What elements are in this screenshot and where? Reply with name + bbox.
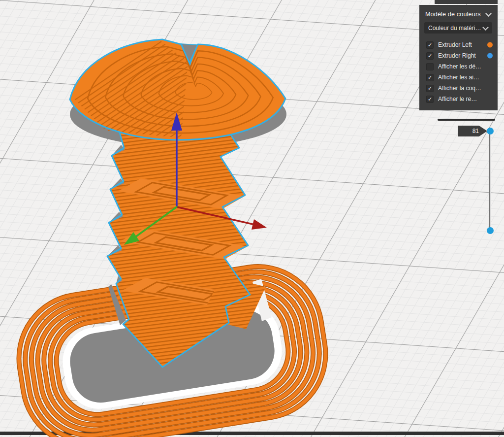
toggle-label: Afficher le re… — [438, 96, 477, 102]
color-scheme-dropdown[interactable]: Couleur du matéri… — [424, 22, 492, 34]
chevron-down-icon — [482, 24, 489, 31]
checkbox-show-shell[interactable]: ✓ — [426, 85, 434, 92]
checkbox-extruder-left[interactable]: ✓ — [426, 41, 434, 49]
toggle-row-extruder-left[interactable]: ✓ Extruder Left — [419, 39, 498, 50]
color-scheme-dropdown-value: Couleur du matéri… — [428, 25, 481, 32]
toggle-row-show-helpers[interactable]: ✓ Afficher les ai… — [419, 72, 498, 83]
toggle-label: Afficher la coq… — [438, 85, 481, 92]
checkbox-show-infill[interactable]: ✓ — [426, 96, 434, 103]
toggle-row-show-travels[interactable]: Afficher les dé… — [419, 61, 498, 72]
slicer-preview-window: Modèle de couleurs Couleur du matéri… ✓ … — [0, 0, 504, 437]
layer-slider-track[interactable] — [489, 131, 491, 231]
check-icon: ✓ — [428, 96, 432, 101]
current-layer-number: 81 — [472, 128, 479, 134]
checkbox-show-helpers[interactable]: ✓ — [426, 74, 434, 81]
toggle-row-extruder-right[interactable]: ✓ Extruder Right — [419, 50, 498, 61]
toggle-label: Afficher les dé… — [438, 63, 481, 70]
check-icon: ✓ — [428, 42, 432, 47]
color-scheme-panel: Modèle de couleurs Couleur du matéri… ✓ … — [419, 5, 498, 110]
extruder-right-color-dot — [487, 53, 493, 59]
checkbox-extruder-right[interactable]: ✓ — [426, 52, 434, 60]
checkbox-show-travels[interactable] — [426, 63, 434, 70]
toggle-row-show-shell[interactable]: ✓ Afficher la coq… — [419, 83, 498, 94]
layer-slider-upper-handle[interactable] — [487, 128, 494, 134]
toggle-label: Extruder Right — [438, 52, 476, 59]
chevron-down-icon — [485, 10, 492, 17]
check-icon: ✓ — [428, 85, 432, 91]
extruder-left-color-dot — [487, 42, 493, 48]
toggle-label: Extruder Left — [438, 41, 472, 48]
top-toolbar-edge — [435, 0, 498, 4]
color-scheme-header[interactable]: Modèle de couleurs — [419, 5, 498, 18]
color-scheme-title: Modèle de couleurs — [425, 11, 481, 18]
check-icon: ✓ — [428, 53, 432, 58]
check-icon: ✓ — [428, 74, 432, 80]
toggle-row-show-infill[interactable]: ✓ Afficher le re… — [419, 94, 498, 104]
toggle-label: Afficher les ai… — [438, 74, 479, 81]
slider-top-bar — [438, 119, 495, 121]
layer-slider-lower-handle[interactable] — [487, 227, 494, 234]
